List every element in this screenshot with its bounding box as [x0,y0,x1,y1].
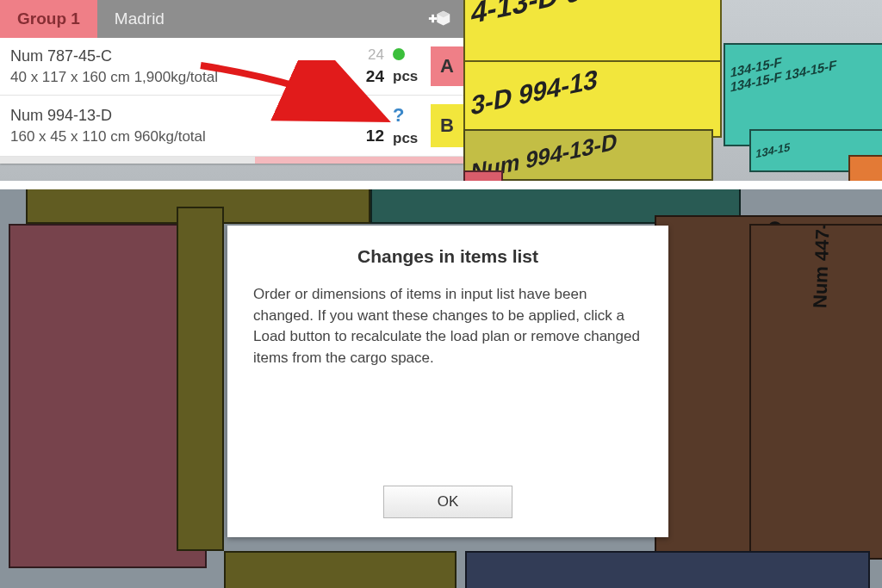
status-question-icon: ? [393,104,404,126]
section-divider [0,181,882,189]
panel-footer-bar [0,157,463,164]
add-box-button[interactable] [417,0,463,38]
box-label: Num 447-44-D [809,224,835,308]
pcs-label: pcs [393,130,431,147]
bottom-section: Num 447-44-D Num 447-44-D Changes in ite… [0,189,882,588]
location-label[interactable]: Madrid [97,0,417,38]
dialog-button-row: OK [253,486,643,518]
changes-dialog: Changes in items list Order or dimension… [227,226,668,537]
count-loaded: 12 [336,127,384,145]
item-row-a[interactable]: Num 787-45-C 40 x 117 x 160 cm 1,900kg/t… [0,38,463,96]
item-status: ? pcs [388,104,431,147]
item-panel: Group 1 Madrid Num 787-45-C 40 x 117 x 1… [0,0,463,164]
item-count: . 12 [336,106,388,145]
count-available: 24 [336,46,384,64]
add-box-icon [427,6,453,32]
dialog-title: Changes in items list [253,246,643,267]
pcs-label: pcs [393,68,431,85]
top-section: 4-13-D 994-13 3-D 994-13 Num 994-13-D 13… [0,0,882,181]
box-label: 4-13-D 994-13 [469,0,716,31]
panel-header: Group 1 Madrid [0,0,463,38]
box-label: Num 994-13-D [469,129,706,181]
item-status: pcs [388,47,431,85]
box-label: 3-D 994-13 [469,60,715,121]
item-letter-badge: A [431,46,463,86]
item-dims: 40 x 117 x 160 cm 1,900kg/total [10,69,336,86]
count-loaded: 24 [336,67,384,86]
item-dims: 160 x 45 x 110 cm 960kg/total [10,128,336,145]
ok-button[interactable]: OK [383,486,512,518]
item-text: Num 994-13-D 160 x 45 x 110 cm 960kg/tot… [10,107,336,145]
item-row-b[interactable]: Num 994-13-D 160 x 45 x 110 cm 960kg/tot… [0,96,463,157]
item-name: Num 994-13-D [10,107,336,125]
status-ok-icon [393,48,405,60]
item-text: Num 787-45-C 40 x 117 x 160 cm 1,900kg/t… [10,47,336,86]
dialog-body: Order or dimensions of items in input li… [253,284,643,369]
item-letter-badge: B [431,104,463,147]
group-tab[interactable]: Group 1 [0,0,97,38]
svg-rect-1 [432,15,434,22]
item-name: Num 787-45-C [10,47,336,65]
item-count: 24 24 [336,46,388,86]
